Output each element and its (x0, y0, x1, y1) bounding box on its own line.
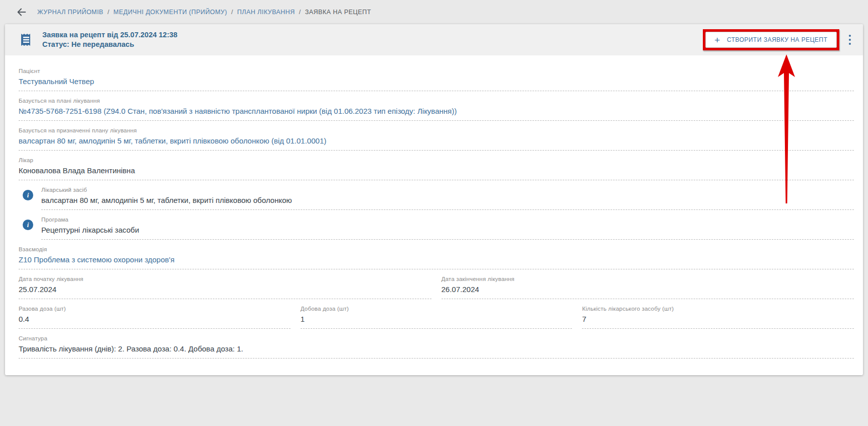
breadcrumb-bar: ЖУРНАЛ ПРИЙОМІВ / МЕДИЧНІ ДОКУМЕНТИ (ПРИ… (0, 0, 868, 24)
plan-prescription-link[interactable]: валсартан 80 мг, амлодипін 5 мг, таблетк… (19, 136, 854, 145)
field-doctor: Лікар Коновалова Влада Валентинівна (19, 151, 854, 180)
breadcrumb-item-medical-documents[interactable]: МЕДИЧНІ ДОКУМЕНТИ (ПРИЙОМУ) (113, 9, 227, 16)
field-date-end: Дата закінчення лікування 26.07.2024 (442, 269, 854, 299)
breadcrumb-item-treatment-plan[interactable]: ПЛАН ЛІКУВАННЯ (237, 9, 295, 16)
field-label: Кількість лікарського засобу (шт) (582, 306, 854, 312)
field-medicine: i Лікарський засіб валсартан 80 мг, амло… (19, 180, 854, 210)
field-plan-prescription: Базується на призначенні плану лікування… (19, 121, 854, 151)
breadcrumb: ЖУРНАЛ ПРИЙОМІВ / МЕДИЧНІ ДОКУМЕНТИ (ПРИ… (37, 9, 371, 16)
field-label: Добова доза (шт) (301, 306, 572, 312)
field-signature: Сигнатура Тривалість лікування (днів): 2… (19, 329, 854, 359)
card-body: Пацієнт Тестувальний Четвер Базується на… (5, 55, 863, 359)
daily-dose-value: 1 (301, 315, 572, 323)
field-program: i Програма Рецептурні лікарські засоби (19, 210, 854, 240)
signature-value: Тривалість лікування (днів): 2. Разова д… (19, 344, 854, 353)
field-interaction: Взаємодія Z10 Проблема з системою охорон… (19, 240, 854, 269)
arrow-left-icon (16, 7, 27, 18)
field-label: Лікар (19, 157, 854, 163)
breadcrumb-item-appointments-journal[interactable]: ЖУРНАЛ ПРИЙОМІВ (37, 9, 103, 16)
card-header-text: Заявка на рецепт від 25.07.2024 12:38 Ст… (42, 30, 177, 49)
breadcrumb-separator: / (299, 9, 301, 16)
field-label: Програма (41, 217, 854, 223)
kebab-menu-button[interactable] (846, 31, 854, 49)
breadcrumb-separator: / (107, 9, 109, 16)
breadcrumb-separator: / (231, 9, 233, 16)
back-button[interactable] (15, 6, 28, 19)
info-icon[interactable]: i (23, 190, 33, 200)
field-label: Базується на плані лікування (19, 98, 854, 104)
create-prescription-request-button[interactable]: + СТВОРИТИ ЗАЯВКУ НА РЕЦЕПТ (705, 32, 836, 48)
field-label: Лікарський засіб (41, 187, 854, 193)
field-label: Пацієнт (19, 68, 854, 74)
card-header: Заявка на рецепт від 25.07.2024 12:38 Ст… (5, 24, 863, 55)
breadcrumb-item-prescription-request: ЗАЯВКА НА РЕЦЕПТ (305, 9, 371, 16)
program-value: Рецептурні лікарські засоби (41, 226, 854, 234)
card-title: Заявка на рецепт від 25.07.2024 12:38 (42, 30, 177, 40)
field-patient: Пацієнт Тестувальний Четвер (19, 61, 854, 91)
field-treatment-plan: Базується на плані лікування №4735-5768-… (19, 91, 854, 121)
prescription-request-card: Заявка на рецепт від 25.07.2024 12:38 Ст… (5, 24, 863, 375)
date-end-value: 26.07.2024 (442, 285, 854, 294)
quantity-value: 7 (582, 315, 854, 323)
info-icon[interactable]: i (23, 220, 33, 230)
field-single-dose: Разова доза (шт) 0.4 (19, 299, 291, 329)
field-daily-dose: Добова доза (шт) 1 (301, 299, 572, 329)
field-label: Дата початку лікування (19, 276, 431, 282)
header-actions: + СТВОРИТИ ЗАЯВКУ НА РЕЦЕПТ (703, 29, 854, 50)
interaction-link[interactable]: Z10 Проблема з системою охорони здоров'я (19, 255, 854, 264)
field-quantity: Кількість лікарського засобу (шт) 7 (582, 299, 854, 329)
receipt-icon (19, 32, 34, 47)
treatment-plan-link[interactable]: №4735-5768-7251-6198 (Z94.0 Стан, пов'яз… (19, 107, 854, 115)
plus-icon: + (714, 35, 720, 45)
field-label: Разова доза (шт) (19, 306, 291, 312)
field-label: Взаємодія (19, 246, 854, 252)
status-text: Статус: Не передавалась (42, 40, 177, 49)
date-start-value: 25.07.2024 (19, 285, 431, 294)
medicine-value: валсартан 80 мг, амлодипін 5 мг, таблетк… (41, 196, 854, 204)
create-button-label: СТВОРИТИ ЗАЯВКУ НА РЕЦЕПТ (727, 36, 828, 43)
field-label: Сигнатура (19, 335, 854, 341)
annotation-highlight-box: + СТВОРИТИ ЗАЯВКУ НА РЕЦЕПТ (703, 29, 839, 50)
dates-row: Дата початку лікування 25.07.2024 Дата з… (19, 269, 854, 299)
field-label: Базується на призначенні плану лікування (19, 127, 854, 133)
doses-row: Разова доза (шт) 0.4 Добова доза (шт) 1 … (19, 299, 854, 329)
field-label: Дата закінчення лікування (442, 276, 854, 282)
patient-link[interactable]: Тестувальний Четвер (19, 77, 854, 86)
single-dose-value: 0.4 (19, 315, 291, 323)
doctor-value: Коновалова Влада Валентинівна (19, 166, 854, 175)
field-date-start: Дата початку лікування 25.07.2024 (19, 269, 431, 299)
